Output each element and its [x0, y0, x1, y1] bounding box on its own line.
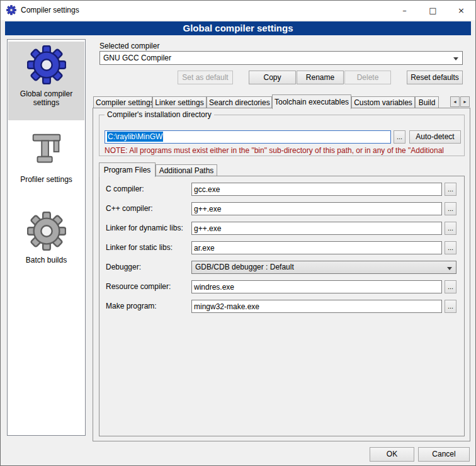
tab-compiler-settings[interactable]: Compiler settings — [93, 96, 152, 108]
installation-directory-group: Compiler's installation directory C:\ray… — [99, 115, 465, 156]
dialog-header: Global compiler settings — [5, 21, 471, 35]
reset-defaults-button[interactable]: Reset defaults — [407, 71, 463, 84]
tab-search-directories[interactable]: Search directories — [207, 96, 272, 108]
titlebar: Compiler settings – □ × — [1, 1, 475, 20]
tab-scroll-right-button[interactable]: ► — [460, 96, 470, 107]
static-linker-browse-button[interactable]: ... — [445, 241, 456, 254]
static-linker-label: Linker for static libs: — [106, 241, 173, 254]
selected-compiler-value: GNU GCC Compiler — [103, 54, 171, 62]
debugger-value: GDB/CDB debugger : Default — [195, 263, 294, 271]
program-tabstrip: Program Files Additional Paths — [99, 162, 217, 176]
dynamic-linker-browse-button[interactable]: ... — [445, 222, 456, 235]
field-row: C compiler: ... — [99, 183, 464, 196]
installation-directory-browse-button[interactable]: ... — [394, 130, 405, 144]
copy-button[interactable]: Copy — [249, 71, 296, 84]
field-row: Resource compiler: ... — [99, 280, 464, 293]
selected-compiler-dropdown[interactable]: GNU GCC Compiler — [99, 51, 463, 65]
minimize-button[interactable]: – — [390, 1, 419, 20]
auto-detect-button[interactable]: Auto-detect — [409, 130, 461, 144]
chevron-down-icon — [447, 267, 452, 270]
c-compiler-input[interactable] — [191, 183, 442, 196]
maximize-button[interactable]: □ — [419, 1, 447, 20]
tab-custom-variables[interactable]: Custom variables — [351, 96, 415, 108]
tab-program-files[interactable]: Program Files — [99, 162, 156, 177]
sidebar-item-batch-builds[interactable]: Batch builds — [8, 208, 84, 271]
make-program-browse-button[interactable]: ... — [445, 300, 456, 313]
profiler-tool-icon — [27, 131, 66, 170]
app-icon — [6, 5, 16, 15]
cpp-compiler-browse-button[interactable]: ... — [445, 202, 456, 215]
resource-compiler-browse-button[interactable]: ... — [445, 280, 456, 293]
field-row: Linker for static libs: ... — [99, 241, 464, 254]
debugger-dropdown[interactable]: GDB/CDB debugger : Default — [191, 261, 456, 274]
compiler-settings-dialog: Compiler settings – □ × Global compiler … — [0, 0, 476, 466]
field-row: C++ compiler: ... — [99, 202, 464, 215]
cpp-compiler-input[interactable] — [191, 202, 442, 215]
field-row: Make program: ... — [99, 300, 464, 313]
tab-toolchain-executables[interactable]: Toolchain executables — [272, 94, 351, 109]
group-label: Compiler's installation directory — [105, 110, 214, 119]
path-selected-text: C:\raylib\MinGW — [107, 132, 163, 142]
chevron-down-icon — [453, 57, 458, 60]
sidebar-item-label: Batch builds — [11, 256, 82, 264]
sidebar-item-profiler-settings[interactable]: Profiler settings — [8, 127, 84, 190]
cancel-button[interactable]: Cancel — [418, 447, 470, 462]
tab-build-options[interactable]: Build — [415, 96, 439, 108]
field-row: Linker for dynamic libs: ... — [99, 222, 464, 235]
gear-icon — [27, 45, 66, 84]
sidebar-item-global-compiler-settings[interactable]: Global compiler settings — [8, 42, 84, 120]
c-compiler-browse-button[interactable]: ... — [445, 183, 456, 196]
window-title: Compiler settings — [21, 1, 79, 20]
resource-compiler-label: Resource compiler: — [106, 280, 171, 293]
c-compiler-label: C compiler: — [106, 183, 144, 196]
cpp-compiler-label: C++ compiler: — [106, 202, 153, 215]
ok-button[interactable]: OK — [370, 447, 414, 462]
debugger-label: Debugger: — [106, 261, 141, 274]
delete-button[interactable]: Delete — [344, 71, 391, 84]
make-program-input[interactable] — [191, 300, 442, 313]
selected-compiler-label: Selected compiler — [99, 42, 159, 50]
note-text: NOTE: All programs must exist either in … — [105, 146, 463, 155]
tab-additional-paths[interactable]: Additional Paths — [156, 164, 217, 176]
sidebar-item-label: Global compiler settings — [11, 89, 82, 107]
make-program-label: Make program: — [106, 300, 157, 313]
close-button[interactable]: × — [447, 1, 475, 20]
static-linker-input[interactable] — [191, 241, 442, 254]
settings-tabstrip: Compiler settings Linker settings Search… — [93, 94, 439, 108]
sidebar-item-label: Profiler settings — [11, 175, 82, 184]
tab-scroll-left-button[interactable]: ◄ — [450, 96, 460, 107]
batch-builds-gear-icon — [27, 212, 66, 251]
dynamic-linker-input[interactable] — [191, 222, 442, 235]
rename-button[interactable]: Rename — [297, 71, 344, 84]
installation-directory-input[interactable]: C:\raylib\MinGW — [105, 130, 391, 144]
dynamic-linker-label: Linker for dynamic libs: — [106, 222, 183, 235]
window-controls: – □ × — [390, 1, 475, 20]
resource-compiler-input[interactable] — [191, 280, 442, 293]
field-row: Debugger: GDB/CDB debugger : Default — [99, 261, 464, 274]
category-list: Global compiler settings Profiler settin… — [7, 39, 86, 436]
set-as-default-button[interactable]: Set as default — [178, 71, 233, 84]
tab-linker-settings[interactable]: Linker settings — [152, 96, 207, 108]
program-files-panel: C compiler: ... C++ compiler: ... Linker… — [99, 176, 465, 436]
